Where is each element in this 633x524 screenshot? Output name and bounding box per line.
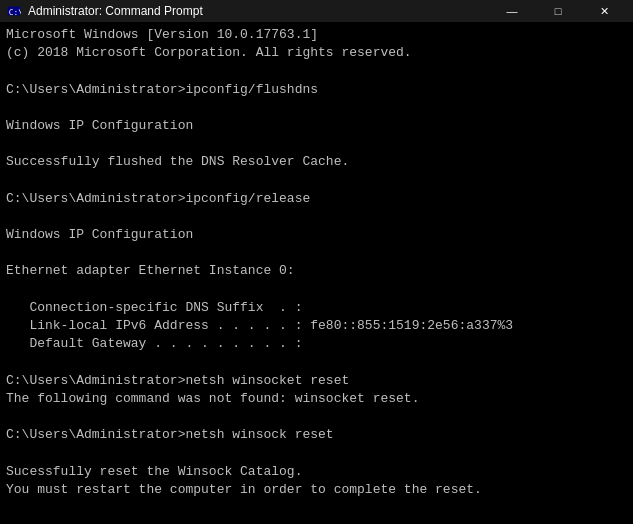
- window-controls: — □ ✕: [489, 0, 627, 22]
- close-button[interactable]: ✕: [581, 0, 627, 22]
- title-bar: C:\ Administrator: Command Prompt — □ ✕: [0, 0, 633, 22]
- cmd-icon: C:\: [6, 3, 22, 19]
- svg-text:C:\: C:\: [9, 8, 21, 17]
- terminal-output: Microsoft Windows [Version 10.0.17763.1]…: [0, 22, 633, 524]
- window-title: Administrator: Command Prompt: [28, 4, 489, 18]
- minimize-button[interactable]: —: [489, 0, 535, 22]
- maximize-button[interactable]: □: [535, 0, 581, 22]
